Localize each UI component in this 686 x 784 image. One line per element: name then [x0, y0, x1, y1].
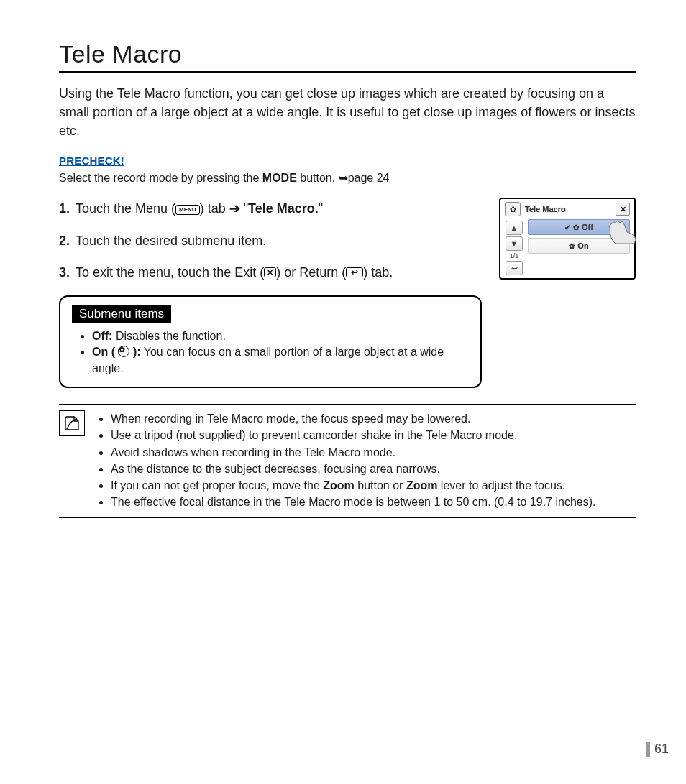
return-badge-icon: ↩ — [346, 267, 363, 277]
device-down-button[interactable]: ▼ — [506, 236, 523, 251]
submenu-off: Off: Disables the function. — [92, 328, 469, 344]
submenu-on: On ( ): You can focus on a small portion… — [92, 344, 469, 377]
device-flower-icon: ✿ — [505, 202, 521, 216]
touch-hand-icon — [605, 218, 639, 245]
note-item: Avoid shadows when recording in the Tele… — [111, 444, 595, 461]
exit-badge-icon: ✕ — [264, 267, 276, 277]
device-up-button[interactable]: ▲ — [506, 221, 523, 235]
submenu-heading: Submenu items — [72, 305, 171, 323]
note-item: As the distance to the subject decreases… — [111, 461, 595, 477]
note-item: When recording in Tele Macro mode, the f… — [111, 410, 595, 427]
menu-badge-icon: MENU — [175, 205, 200, 215]
step-1: 1.Touch the Menu (MENU) tab ➔ "Tele Macr… — [59, 198, 482, 220]
note-item: If you can not get proper focus, move th… — [111, 477, 595, 494]
step-2: 2.Touch the desired submenu item. — [59, 230, 482, 252]
note-icon — [59, 410, 85, 436]
precheck-instruction: Select the record mode by pressing the M… — [59, 171, 636, 185]
device-return-button[interactable]: ↩ — [506, 261, 523, 275]
device-page-indicator: 1/1 — [510, 252, 519, 259]
page-title: Tele Macro — [59, 40, 636, 73]
flower-icon — [118, 346, 129, 357]
submenu-box: Submenu items Off: Disables the function… — [59, 295, 482, 388]
intro-paragraph: Using the Tele Macro function, you can g… — [59, 84, 636, 140]
device-close-button[interactable]: ✕ — [616, 203, 630, 216]
page-number: 61 — [646, 742, 669, 757]
note-item: Use a tripod (not supplied) to prevent c… — [111, 427, 595, 443]
step-3: 3.To exit the menu, touch the Exit (✕) o… — [59, 262, 482, 284]
precheck-label: PRECHECK! — [59, 155, 636, 167]
notes-block: When recording in Tele Macro mode, the f… — [59, 404, 636, 518]
device-title: Tele Macro — [525, 205, 611, 213]
device-screenshot: ✿ Tele Macro ✕ ▲ ▼ 1/1 ↩ ✔✿Off ✿On — [499, 198, 636, 280]
note-item: The effective focal distance in the Tele… — [111, 494, 595, 510]
